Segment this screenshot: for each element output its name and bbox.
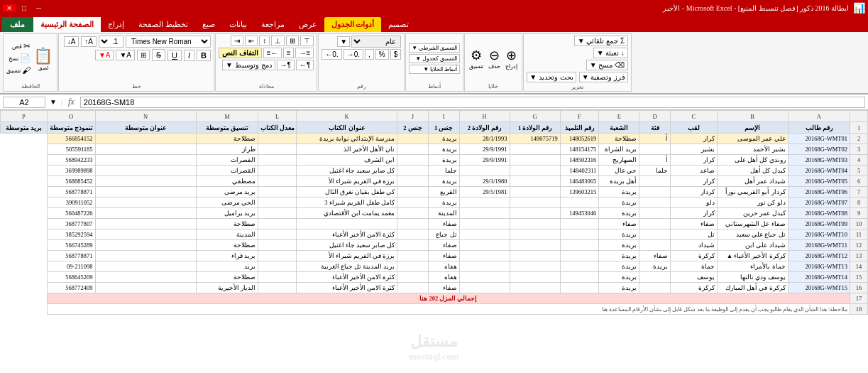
format-cells-btn[interactable]: ⚙ تنسيق: [468, 46, 485, 71]
borders-btn[interactable]: ⊞: [137, 50, 150, 60]
italic-btn[interactable]: I: [184, 50, 194, 61]
sort-filter-btn[interactable]: فرز وتصفية ▼: [579, 72, 628, 82]
conditional-format-btn[interactable]: التنسيق الشرطي ▼: [409, 43, 460, 53]
decimal-decrease-btn[interactable]: .0←: [322, 49, 341, 60]
bold-btn[interactable]: B: [197, 50, 211, 61]
spreadsheet-area[interactable]: A B C D E F G H I J K L M N O P 1: [0, 110, 868, 373]
table-row[interactable]: 14 20168G-WMT13 جماة بالأمراء جماة بريدة…: [1, 261, 868, 272]
col-header-c[interactable]: C: [671, 111, 718, 122]
tab-review[interactable]: مراجعة: [254, 17, 292, 32]
col-header-m[interactable]: M: [196, 111, 258, 122]
strikethrough-btn[interactable]: S̶: [152, 49, 165, 61]
increase-font-btn[interactable]: A↑: [81, 36, 97, 47]
maximize-btn[interactable]: □: [18, 4, 30, 12]
align-bottom-btn[interactable]: ⊥: [271, 36, 285, 46]
table-row[interactable]: 7 20168G-WMT06 كردار أبو القريمي نوراً ك…: [1, 187, 868, 198]
col-header-f[interactable]: F: [560, 111, 599, 122]
col-header-o[interactable]: O: [47, 111, 95, 122]
formula-bar-divider: |: [61, 98, 62, 107]
close-btn[interactable]: ✕: [3, 4, 16, 12]
col-header-k[interactable]: K: [296, 111, 397, 122]
percent-btn[interactable]: %: [375, 49, 389, 60]
indent-decrease-btn[interactable]: ⇤: [245, 36, 258, 46]
function-wizard-btn[interactable]: fx: [65, 97, 77, 107]
ltr-btn[interactable]: ¶→: [277, 60, 295, 70]
font-name-select[interactable]: Times New Roman: [126, 36, 211, 48]
align-top-btn[interactable]: ⊤: [300, 36, 314, 46]
delete-cells-btn[interactable]: ⊖ حذف: [487, 46, 502, 71]
tab-home[interactable]: الصفحة الرئيسية: [33, 17, 101, 32]
clear-btn[interactable]: ⌫ مسح ▼: [586, 60, 628, 70]
tab-data[interactable]: بيانات: [222, 17, 254, 32]
col-header-n[interactable]: N: [95, 111, 196, 122]
table-row[interactable]: 10 20168G-WMT09 صفاء عل الشهرستاني صفاء …: [1, 219, 868, 229]
window-icon: 📊: [853, 2, 865, 14]
cell-styles-btn[interactable]: أنماط الخلايا ▼: [409, 65, 460, 74]
table-row[interactable]: 15 20168G-WMT14 يوسف ودي نالتها يوسف بري…: [1, 272, 868, 283]
autosum-btn[interactable]: Σ جمع تلقائي ▼: [574, 36, 628, 46]
table-row[interactable]: 12 20168G-WMT11 شيداد على ابن شيداد بريد…: [1, 240, 868, 251]
rtl-btn[interactable]: ¶←: [296, 60, 314, 70]
table-row[interactable]: 4 20168G-WMT03 روندي كل أهل على كرار أ ا…: [1, 155, 868, 166]
cut-btn[interactable]: ✂قص: [6, 41, 31, 52]
minimize-btn[interactable]: ─: [33, 4, 45, 12]
format-as-table-btn[interactable]: التنسيق كجدول ▼: [409, 54, 460, 63]
insert-cells-btn[interactable]: ⊕ إدراج: [504, 46, 519, 71]
align-center-btn[interactable]: ≡: [283, 48, 295, 58]
table-row[interactable]: 5 20168G-WMT04 كيدل كل أهل صاعد جلما حي …: [1, 166, 868, 176]
underline-btn[interactable]: U: [167, 50, 182, 61]
tab-view[interactable]: عرض: [292, 17, 324, 32]
decimal-increase-btn[interactable]: .0→: [344, 49, 363, 60]
expand-collapse-btn[interactable]: ▼: [48, 98, 58, 106]
tab-layout[interactable]: تخطيط الصفحة: [131, 17, 195, 32]
table-row[interactable]: 16 20168G-WMT15 كركرة في أهل المبارك كرك…: [1, 283, 868, 293]
align-right-btn[interactable]: ≡→: [295, 48, 314, 58]
number-format-expand[interactable]: ▼: [337, 36, 350, 47]
title-bar-controls[interactable]: ─ □ ✕: [3, 4, 45, 12]
col-header-d[interactable]: D: [639, 111, 671, 122]
table-row[interactable]: 8 20168G-WMT07 دلو كن نور دلو بريدة بريد…: [1, 198, 868, 208]
col-header-e[interactable]: E: [599, 111, 639, 122]
table-row[interactable]: 3 20168G-WMT02 بشير الأحمد بشير بريد الش…: [1, 144, 868, 155]
col-header-l[interactable]: L: [258, 111, 297, 122]
merge-center-btn[interactable]: دمج وتوسيط ▼: [222, 60, 275, 70]
tab-design[interactable]: تصميم: [381, 17, 416, 32]
col-header-j[interactable]: J: [397, 111, 429, 122]
alignment-label: محاذاة: [219, 83, 314, 90]
col-header-g[interactable]: G: [510, 111, 560, 122]
find-select-btn[interactable]: بحث وتحديد ▼: [527, 72, 576, 82]
comma-btn[interactable]: ,: [365, 49, 374, 60]
font-size-select[interactable]: 11: [99, 36, 123, 48]
align-left-btn[interactable]: ←≡: [263, 48, 282, 58]
font-color-btn[interactable]: A▼: [95, 50, 114, 60]
tab-formulas[interactable]: صيغ: [195, 17, 222, 32]
decrease-font-btn[interactable]: A↓: [64, 36, 79, 47]
currency-btn[interactable]: $: [390, 49, 402, 60]
align-middle-btn[interactable]: ⊞: [286, 36, 299, 46]
tab-table-tools[interactable]: أدوات الجدول: [324, 17, 382, 32]
table-row[interactable]: 2 20168G-WMT01 علي عمر الموسى كرار أ صطل…: [1, 134, 868, 144]
tab-file[interactable]: ملف: [1, 17, 33, 32]
copy-btn[interactable]: 📄نسخ: [6, 53, 31, 64]
col-header-h[interactable]: H: [459, 111, 510, 122]
formula-input[interactable]: 20168G-SM18: [80, 97, 865, 108]
col-header-a[interactable]: A: [788, 111, 850, 122]
number-format-select[interactable]: عام: [351, 36, 401, 48]
col-header-i[interactable]: I: [428, 111, 459, 122]
paste-btn[interactable]: 📋 لصق: [32, 45, 54, 72]
header-row: 1 رقم طالب الإسم لقب فئة الشعبة رقم التل…: [1, 122, 868, 134]
tab-insert[interactable]: إدراج: [101, 17, 131, 32]
text-direction-btn[interactable]: ↕: [259, 36, 270, 46]
col-header-b[interactable]: B: [717, 111, 788, 122]
fill-color-btn[interactable]: A▼: [116, 50, 135, 60]
table-row[interactable]: 11 20168G-WMT10 تل جياع علي سعيد تل بريد…: [1, 229, 868, 240]
cell-reference[interactable]: A2: [3, 97, 45, 108]
table-row[interactable]: 6 20168G-WMT05 شيداد عمر أهل كرار أهل بر…: [1, 176, 868, 187]
table-row[interactable]: 9 20168G-WMT08 كيدل عمر حرين كرار بريدة …: [1, 208, 868, 219]
col-header-p[interactable]: P: [1, 111, 48, 122]
wrap-text-btn[interactable]: التفاف النص: [219, 48, 262, 58]
fill-btn[interactable]: ↓ تعبئة ▼: [593, 48, 628, 58]
format-painter-btn[interactable]: 🖌تنسيق: [6, 65, 31, 76]
table-row[interactable]: 13 20168G-WMT12 كركرة الأخير الأعباء ▲ ك…: [1, 251, 868, 261]
indent-increase-btn[interactable]: ⇥: [231, 36, 243, 46]
